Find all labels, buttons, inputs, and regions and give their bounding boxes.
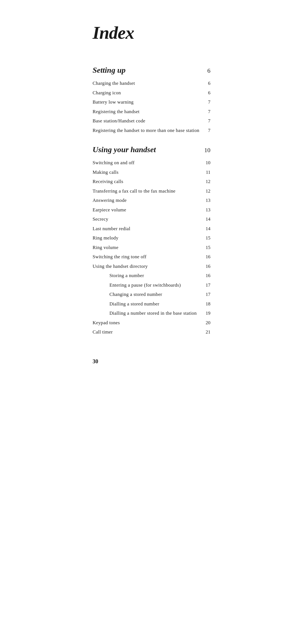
toc-entry: Switching the ring tone off16 xyxy=(93,253,210,261)
toc-entry: Answering mode13 xyxy=(93,197,210,204)
toc-page-number: 18 xyxy=(202,300,210,308)
toc-page-number: 7 xyxy=(202,117,210,125)
toc-entry: Battery low warning7 xyxy=(93,99,210,106)
section-title-setting-up: Setting up xyxy=(93,66,125,75)
toc-label: Earpiece volume xyxy=(93,206,126,214)
toc-label: Using the handset directory xyxy=(93,263,148,270)
section-using-your-handset: Using your handset10Switching on and off… xyxy=(93,145,210,336)
toc-page-number: 12 xyxy=(202,188,210,195)
toc-entry: Last number redial14 xyxy=(93,225,210,232)
toc-label: Charging the handset xyxy=(93,80,135,87)
toc-page-number: 7 xyxy=(202,99,210,106)
toc-entry: Secrecy14 xyxy=(93,216,210,223)
toc-page-number: 7 xyxy=(202,127,210,134)
toc-label: Making calls xyxy=(93,169,118,176)
toc-page-number: 11 xyxy=(202,169,210,176)
toc-label: Answering mode xyxy=(93,197,127,204)
section-page-setting-up: 6 xyxy=(207,67,210,74)
toc-entry: Entering a pause (for switchboards)17 xyxy=(93,282,210,289)
toc-entry: Registering the handset to more than one… xyxy=(93,127,210,134)
toc-page-number: 15 xyxy=(202,234,210,242)
toc-entry: Base station/Handset code7 xyxy=(93,117,210,125)
toc-label: Storing a number xyxy=(109,272,144,279)
toc-entry: Registering the handset7 xyxy=(93,108,210,115)
toc-label: Entering a pause (for switchboards) xyxy=(109,282,181,289)
toc-page-number: 21 xyxy=(202,328,210,336)
section-header-using-your-handset: Using your handset10 xyxy=(93,145,210,154)
toc-entry: Storing a number16 xyxy=(93,272,210,279)
toc-label: Registering the handset xyxy=(93,108,139,115)
toc-label: Switching the ring tone off xyxy=(93,253,146,261)
toc-label: Last number redial xyxy=(93,225,130,232)
toc-entry: Keypad tones20 xyxy=(93,319,210,326)
page-footer: 30 xyxy=(93,358,210,365)
toc-entry: Using the handset directory16 xyxy=(93,263,210,270)
section-title-using-your-handset: Using your handset xyxy=(93,145,156,154)
toc-page-number: 17 xyxy=(202,291,210,298)
toc-label: Battery low warning xyxy=(93,99,134,106)
toc-page-number: 17 xyxy=(202,282,210,289)
toc-label: Transferring a fax call to the fax machi… xyxy=(93,188,175,195)
toc-page-number: 19 xyxy=(202,310,210,317)
toc-label: Secrecy xyxy=(93,216,108,223)
toc-page-number: 20 xyxy=(202,319,210,326)
toc-entry: Dialling a stored number18 xyxy=(93,300,210,308)
toc-entry: Ring melody15 xyxy=(93,234,210,242)
toc-label: Switching on and off xyxy=(93,159,135,166)
toc-page-number: 15 xyxy=(202,244,210,251)
toc-page-number: 12 xyxy=(202,178,210,185)
toc-page-number: 6 xyxy=(202,89,210,97)
toc-entry: Transferring a fax call to the fax machi… xyxy=(93,188,210,195)
toc-page-number: 13 xyxy=(202,206,210,214)
toc-entry: Call timer21 xyxy=(93,328,210,336)
toc-label: Call timer xyxy=(93,328,113,336)
toc-entry: Earpiece volume13 xyxy=(93,206,210,214)
section-page-using-your-handset: 10 xyxy=(204,147,210,154)
toc-label: Keypad tones xyxy=(93,319,120,326)
toc-label: Receiving calls xyxy=(93,178,123,185)
section-setting-up: Setting up6Charging the handset6Charging… xyxy=(93,66,210,134)
toc-page-number: 16 xyxy=(202,263,210,270)
toc-label: Ring volume xyxy=(93,244,118,251)
toc-entry: Changing a stored number17 xyxy=(93,291,210,298)
toc-page-number: 13 xyxy=(202,197,210,204)
toc-entry: Dialling a number stored in the base sta… xyxy=(93,310,210,317)
toc-label: Dialling a stored number xyxy=(109,300,159,308)
toc-entry: Switching on and off10 xyxy=(93,159,210,166)
toc-entry: Charging icon6 xyxy=(93,89,210,97)
toc-entry: Charging the handset6 xyxy=(93,80,210,87)
toc-page-number: 7 xyxy=(202,108,210,115)
toc-label: Charging icon xyxy=(93,89,121,97)
toc-page-number: 14 xyxy=(202,225,210,232)
toc-label: Ring melody xyxy=(93,234,118,242)
toc-label: Base station/Handset code xyxy=(93,117,145,125)
toc-page-number: 16 xyxy=(202,272,210,279)
toc-page-number: 16 xyxy=(202,253,210,261)
toc-label: Dialling a number stored in the base sta… xyxy=(109,310,197,317)
toc-page-number: 14 xyxy=(202,216,210,223)
toc-page-number: 10 xyxy=(202,159,210,166)
toc-entry: Receiving calls12 xyxy=(93,178,210,185)
toc-label: Changing a stored number xyxy=(109,291,162,298)
toc-entry: Making calls11 xyxy=(93,169,210,176)
toc-label: Registering the handset to more than one… xyxy=(93,127,199,134)
section-header-setting-up: Setting up6 xyxy=(93,66,210,75)
toc-page-number: 6 xyxy=(202,80,210,87)
toc-entry: Ring volume15 xyxy=(93,244,210,251)
page-title: Index xyxy=(93,22,210,43)
